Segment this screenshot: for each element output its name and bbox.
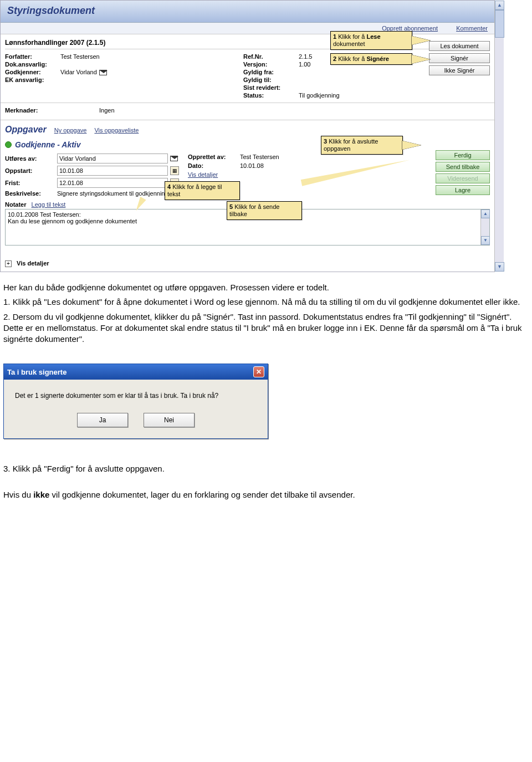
rev-value [299, 84, 354, 91]
by-label: Utføres av: [5, 155, 57, 162]
task-name: Godkjenne - Aktiv [15, 140, 81, 149]
document-title: Lønnsforhandlinger 2007 (2.1.5) [5, 39, 105, 47]
date-value: 10.01.08 [240, 162, 264, 169]
sign-button[interactable]: Signér [429, 53, 490, 63]
scroll-down-icon[interactable]: ▼ [481, 236, 490, 245]
by-input[interactable] [57, 154, 168, 163]
created-by-value: Test Testersen [240, 154, 279, 160]
from-label: Gyldig fra: [243, 69, 299, 75]
comment-link[interactable]: Kommenter [456, 25, 488, 32]
to-value [299, 76, 354, 83]
ver-label: Versjon: [243, 61, 299, 68]
no-button[interactable]: Nei [144, 413, 195, 427]
read-document-button[interactable]: Les dokument [429, 41, 490, 51]
save-button[interactable]: Lagre [436, 185, 490, 195]
document-meta: Lønnsforhandlinger 2007 (2.1.5) Forfatte… [1, 34, 494, 103]
scroll-thumb[interactable] [495, 10, 504, 38]
status-label: Status: [243, 92, 299, 99]
done-button[interactable]: Ferdig [436, 150, 490, 160]
dialog-screenshot: Ta i bruk signerte ✕ Det er 1 signerte d… [3, 364, 532, 439]
date-label: Dato: [188, 162, 240, 169]
expand-row: + Vis detaljer [1, 250, 494, 272]
resp-label: Dok.ansvarlig: [5, 61, 60, 68]
start-input[interactable] [57, 166, 168, 176]
desc-label: Beskrivelse: [5, 190, 57, 197]
expand-label[interactable]: Vis detaljer [17, 260, 49, 267]
para: 2. Dersom du vil godkjenne dokumentet, k… [3, 311, 526, 345]
link-bar: Opprett abonnement Kommenter [1, 23, 494, 34]
dialog-window: Ta i bruk signerte ✕ Det er 1 signerte d… [3, 364, 268, 439]
to-label: Gyldig til: [243, 76, 299, 83]
yes-button[interactable]: Ja [77, 413, 128, 427]
scroll-up-icon[interactable]: ▲ [481, 209, 490, 218]
callout-5: 5Klikk for å sende tilbake [227, 201, 302, 220]
expand-icon[interactable]: + [5, 260, 12, 267]
approver-value: Vidar Vorland [60, 69, 232, 75]
add-note-link[interactable]: Legg til tekst [32, 201, 66, 208]
author-label: Forfatter: [5, 53, 60, 60]
forward-button[interactable]: Videresend [436, 173, 490, 183]
from-value [299, 69, 354, 75]
para: 1. Klikk på "Les dokument" for å åpne do… [3, 296, 526, 308]
ref-label: Ref.Nr. [243, 53, 299, 60]
remarks-value: Ingen [99, 107, 490, 114]
remarks-row: Merknader:Ingen [1, 103, 494, 120]
status-value: Til godkjenning [299, 92, 354, 99]
para: Her kan du både godkjenne dokumentet og … [3, 282, 526, 293]
para: 3. Klikk på "Ferdig" for å avslutte oppg… [3, 463, 526, 474]
rev-label: Sist revidert: [243, 84, 299, 91]
due-label: Frist: [5, 180, 57, 186]
dialog-message: Det er 1 signerte dokumenter som er klar… [15, 392, 257, 400]
callout-3: 3Klikk for å avslutte oppgaven [321, 136, 403, 155]
ek-value [60, 76, 232, 83]
status-dot-icon [5, 141, 12, 148]
mail-icon[interactable] [99, 70, 107, 75]
task-list-link[interactable]: Vis oppgaveliste [94, 127, 139, 134]
resp-value [60, 61, 232, 68]
note-scrollbar[interactable]: ▲ ▼ [480, 209, 489, 245]
scroll-up-icon[interactable]: ▲ [495, 1, 504, 10]
para: Hvis du ikke vil godkjenne dokumentet, l… [3, 489, 526, 500]
body-text: Her kan du både godkjenne dokumentet og … [0, 272, 532, 345]
ek-label: EK ansvarlig: [5, 76, 60, 83]
calendar-icon[interactable]: ▦ [170, 166, 179, 175]
app-window: ▲ ▼ Styringsdokument Opprett abonnement … [0, 0, 495, 272]
tasks-title: Oppgaver [5, 125, 47, 135]
send-back-button[interactable]: Send tilbake [436, 162, 490, 172]
approver-label: Godkjenner: [5, 69, 60, 75]
mail-icon[interactable] [170, 156, 178, 161]
dialog-titlebar: Ta i bruk signerte ✕ [4, 364, 268, 380]
desc-value: Signere styringsdokument til godkjenning [57, 190, 168, 197]
callout-2: 2Klikk for å Signére [330, 53, 412, 65]
remarks-label: Merknader: [5, 107, 60, 114]
details-link[interactable]: Vis detaljer [188, 171, 218, 178]
author-value: Test Testersen [60, 53, 232, 60]
new-task-link[interactable]: Ny oppgave [54, 127, 87, 134]
start-label: Oppstart: [5, 167, 57, 174]
app-title: Styringsdokument [7, 5, 488, 17]
callout-1: 1Klikk for å Lesedokumentet [330, 31, 412, 50]
dialog-title: Ta i bruk signerte [7, 368, 66, 376]
tasks-area: Oppgaver Ny oppgave Vis oppgaveliste God… [1, 120, 494, 250]
vertical-scrollbar[interactable]: ▲ ▼ [494, 1, 504, 272]
close-icon[interactable]: ✕ [253, 366, 264, 377]
created-by-label: Opprettet av: [188, 154, 240, 160]
notes-label: Notater [5, 201, 27, 208]
scroll-down-icon[interactable]: ▼ [495, 262, 504, 272]
due-input[interactable] [57, 178, 168, 188]
callout-4: 4Klikk for å legge til tekst [165, 181, 240, 200]
app-header: Styringsdokument [1, 1, 494, 23]
not-sign-button[interactable]: Ikke Signér [429, 65, 490, 75]
